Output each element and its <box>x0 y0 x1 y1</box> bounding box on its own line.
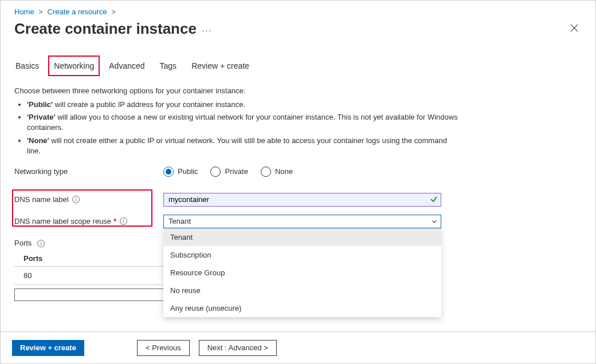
radio-public[interactable]: Public <box>163 167 198 177</box>
dropdown-option-no-reuse[interactable]: No reuse <box>163 282 441 299</box>
info-icon[interactable]: i <box>37 240 45 247</box>
dropdown-option-resource-group[interactable]: Resource Group <box>163 264 441 282</box>
valid-icon <box>430 195 438 205</box>
dropdown-option-any-reuse[interactable]: Any reuse (unsecure) <box>163 299 441 317</box>
close-icon <box>570 24 578 32</box>
ports-label: Ports <box>14 239 32 247</box>
breadcrumb-sep: > <box>38 7 43 16</box>
previous-button[interactable]: < Previous <box>137 340 190 356</box>
dns-scope-reuse-select[interactable]: Tenant Tenant Subscription Resource Grou… <box>163 215 441 228</box>
radio-icon <box>163 167 174 177</box>
dns-name-label-label: DNS name label <box>14 195 69 204</box>
page-title: Create container instance <box>14 20 197 38</box>
radio-icon <box>261 167 271 177</box>
breadcrumb: Home > Create a resource > <box>14 5 582 19</box>
tab-basics[interactable]: Basics <box>14 58 40 76</box>
review-create-button[interactable]: Review + create <box>12 340 84 356</box>
intro-lead: Choose between three networking options … <box>14 86 461 95</box>
close-button[interactable] <box>567 19 582 38</box>
chevron-down-icon <box>432 219 437 224</box>
next-button[interactable]: Next : Advanced > <box>199 340 277 356</box>
info-icon[interactable]: i <box>120 217 127 225</box>
tab-advanced[interactable]: Advanced <box>108 58 146 76</box>
intro-text: Choose between three networking options … <box>14 86 461 156</box>
breadcrumb-home[interactable]: Home <box>14 7 34 16</box>
intro-bullet-public: 'Public' will create a public IP address… <box>27 100 461 110</box>
dns-name-label-input[interactable] <box>163 193 441 207</box>
radio-label: Public <box>178 167 198 176</box>
tab-bar: Basics Networking Advanced Tags Review +… <box>14 58 582 76</box>
breadcrumb-create-resource[interactable]: Create a resource <box>48 7 107 16</box>
more-icon[interactable]: ··· <box>202 26 211 36</box>
select-value: Tenant <box>168 217 191 225</box>
required-icon: * <box>113 217 116 225</box>
radio-none[interactable]: None <box>261 167 293 177</box>
dropdown-option-subscription[interactable]: Subscription <box>163 246 441 264</box>
dropdown-option-tenant[interactable]: Tenant <box>163 228 441 246</box>
wizard-footer: Review + create < Previous Next : Advanc… <box>1 331 595 363</box>
info-icon[interactable]: i <box>72 196 80 203</box>
create-container-page: Home > Create a resource > Create contai… <box>0 0 596 364</box>
radio-icon <box>210 167 221 177</box>
intro-bullet-private: 'Private' will allow you to choose a new… <box>27 112 461 133</box>
dns-scope-reuse-dropdown: Tenant Subscription Resource Group No re… <box>163 228 441 317</box>
dns-scope-reuse-label: DNS name label scope reuse <box>14 217 111 225</box>
intro-bullet-none: 'None' will not create either a public I… <box>27 136 461 156</box>
networking-type-radiogroup: Public Private None <box>163 167 441 177</box>
radio-label: None <box>275 167 293 176</box>
breadcrumb-sep: > <box>111 7 116 16</box>
radio-private[interactable]: Private <box>210 167 248 177</box>
tab-tags[interactable]: Tags <box>159 58 178 76</box>
tab-networking[interactable]: Networking <box>53 58 95 76</box>
radio-label: Private <box>225 167 248 176</box>
networking-type-label: Networking type <box>14 167 68 176</box>
tab-review-create[interactable]: Review + create <box>190 58 250 76</box>
